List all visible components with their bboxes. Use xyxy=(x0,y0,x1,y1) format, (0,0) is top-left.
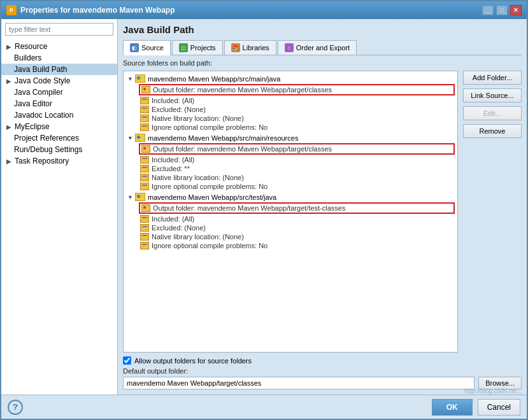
tabs-row: ◧ Source ◫ Projects 📚 Libraries ↕ Order … xyxy=(123,40,522,55)
checkbox-label: Allow output folders for source folders xyxy=(134,357,252,365)
panel-title: Java Build Path xyxy=(123,24,522,35)
allow-output-checkbox[interactable] xyxy=(123,356,131,365)
default-output-input[interactable] xyxy=(123,377,474,389)
tab-order-export[interactable]: ↕ Order and Export xyxy=(278,40,357,55)
source-folder-icon xyxy=(135,193,145,201)
maximize-button[interactable]: □ xyxy=(496,5,508,15)
sidebar-item-myeclipse[interactable]: ▶ MyEclipse xyxy=(1,121,117,132)
remove-button[interactable]: Remove xyxy=(463,124,522,138)
included-row[interactable]: Included: (All) xyxy=(139,155,455,164)
source-item-header[interactable]: ▼ mavendemo Maven Webapp/src/test/java xyxy=(126,192,455,202)
sidebar-item-label: Task Repository xyxy=(15,157,69,165)
sidebar-item-task-repository[interactable]: ▶ Task Repository xyxy=(1,155,117,167)
tab-projects-label: Projects xyxy=(190,44,216,52)
native-label: Native library location: (None) xyxy=(152,233,244,241)
source-item-main-java: ▼ mavendemo Maven Webapp/src/main/java O… xyxy=(126,74,455,132)
expand-icon: ▼ xyxy=(127,135,135,141)
ignore-row[interactable]: Ignore optional compile problems: No xyxy=(139,182,455,191)
ignore-row[interactable]: Ignore optional compile problems: No xyxy=(139,241,455,250)
source-item-header[interactable]: ▼ mavendemo Maven Webapp/src/main/resour… xyxy=(126,133,455,143)
section-label: Source folders on build path: xyxy=(123,59,522,67)
sidebar-item-builders[interactable]: Builders xyxy=(1,52,117,64)
sidebar-item-label: MyEclipse xyxy=(15,122,50,131)
source-item-header[interactable]: ▼ mavendemo Maven Webapp/src/main/java xyxy=(126,74,455,83)
props-icon xyxy=(140,115,149,122)
sidebar-item-project-references[interactable]: Project References xyxy=(1,132,117,144)
source-tree[interactable]: ▼ mavendemo Maven Webapp/src/main/java O… xyxy=(123,71,458,353)
native-row[interactable]: Native library location: (None) xyxy=(139,173,455,182)
tab-libraries-label: Libraries xyxy=(243,44,269,52)
props-icon xyxy=(140,174,149,181)
native-row[interactable]: Native library location: (None) xyxy=(139,114,455,123)
output-folder-row[interactable]: Output folder: mavendemo Maven Webapp/ta… xyxy=(139,202,455,214)
window-icon: P xyxy=(6,5,17,15)
sidebar-item-resource[interactable]: ▶ Resource xyxy=(1,41,117,52)
ignore-label: Ignore optional compile problems: No xyxy=(152,123,268,131)
sidebar-item-java-compiler[interactable]: Java Compiler xyxy=(1,87,117,98)
ignore-row[interactable]: Ignore optional compile problems: No xyxy=(139,123,455,132)
expand-arrow: ▶ xyxy=(6,158,13,165)
excluded-row[interactable]: Excluded: (None) xyxy=(139,223,455,232)
tab-source-label: Source xyxy=(141,44,164,52)
content-area: ▶ Resource Builders Java Build Path ▶ Ja… xyxy=(1,19,527,395)
sidebar-item-java-editor[interactable]: Java Editor xyxy=(1,98,117,109)
ok-button[interactable]: OK xyxy=(432,399,473,416)
included-row[interactable]: Included: (All) xyxy=(139,214,455,223)
sidebar-item-javadoc-location[interactable]: Javadoc Location xyxy=(1,109,117,121)
sidebar-item-java-code-style[interactable]: ▶ Java Code Style xyxy=(1,75,117,87)
source-folder-icon xyxy=(135,134,145,142)
excluded-row[interactable]: Excluded: (None) xyxy=(139,105,455,114)
cancel-button[interactable]: Cancel xyxy=(478,399,520,416)
sidebar-item-label: Resource xyxy=(15,42,47,51)
source-folder-icon xyxy=(135,74,145,83)
close-button[interactable]: ✕ xyxy=(510,5,522,15)
checkbox-row: Allow output folders for source folders xyxy=(123,356,522,365)
filter-input[interactable] xyxy=(5,23,113,36)
props-icon xyxy=(140,215,149,223)
props-icon xyxy=(140,183,149,190)
output-icon xyxy=(141,204,150,212)
browse-button[interactable]: Browse... xyxy=(478,377,522,389)
tab-projects[interactable]: ◫ Projects xyxy=(172,40,223,55)
title-bar-buttons: _ □ ✕ xyxy=(482,5,522,15)
native-row[interactable]: Native library location: (None) xyxy=(139,232,455,241)
excluded-row[interactable]: Excluded: ** xyxy=(139,164,455,173)
props-icon xyxy=(140,224,149,232)
source-item-test-java: ▼ mavendemo Maven Webapp/src/test/java O… xyxy=(126,192,455,250)
output-icon xyxy=(141,86,150,94)
sidebar-item-run-debug[interactable]: Run/Debug Settings xyxy=(1,144,117,155)
edit-button[interactable]: Edit... xyxy=(463,106,522,120)
expand-arrow: ▶ xyxy=(6,43,13,50)
libraries-tab-icon: 📚 xyxy=(231,43,240,52)
source-children: Output folder: mavendemo Maven Webapp/ta… xyxy=(126,143,455,191)
excluded-label: Excluded: ** xyxy=(152,165,190,172)
expand-icon: ▼ xyxy=(127,76,135,82)
add-folder-button[interactable]: Add Folder... xyxy=(463,71,522,85)
sidebar-item-java-build-path[interactable]: Java Build Path xyxy=(1,64,117,75)
included-row[interactable]: Included: (All) xyxy=(139,96,455,105)
window-title: Properties for mavendemo Maven Webapp xyxy=(20,6,175,15)
excluded-label: Excluded: (None) xyxy=(152,224,206,232)
help-button[interactable]: ? xyxy=(8,400,23,415)
link-source-button[interactable]: Link Source... xyxy=(463,88,522,102)
sidebar-item-label: Java Build Path xyxy=(14,65,67,74)
source-children: Output folder: mavendemo Maven Webapp/ta… xyxy=(126,84,455,132)
source-item-main-resources: ▼ mavendemo Maven Webapp/src/main/resour… xyxy=(126,133,455,191)
source-path: mavendemo Maven Webapp/src/main/resource… xyxy=(148,134,298,142)
output-label: Output folder: mavendemo Maven Webapp/ta… xyxy=(153,86,332,94)
output-folder-row[interactable]: Output folder: mavendemo Maven Webapp/ta… xyxy=(139,143,455,155)
sidebar-item-label: Run/Debug Settings xyxy=(14,145,82,154)
props-icon xyxy=(140,97,149,104)
tab-libraries[interactable]: 📚 Libraries xyxy=(224,40,276,55)
excluded-label: Excluded: (None) xyxy=(152,106,206,113)
minimize-button[interactable]: _ xyxy=(482,5,494,15)
source-path: mavendemo Maven Webapp/src/main/java xyxy=(148,75,280,83)
sidebar-item-label: Javadoc Location xyxy=(14,111,73,120)
props-icon xyxy=(140,233,149,241)
bottom-bar: ? http://blog.csdn.ne... OK Cancel xyxy=(1,395,527,419)
output-folder-row[interactable]: Output folder: mavendemo Maven Webapp/ta… xyxy=(139,84,455,95)
main-content-row: ▼ mavendemo Maven Webapp/src/main/java O… xyxy=(123,71,522,356)
included-label: Included: (All) xyxy=(152,156,194,164)
sidebar-item-label: Project References xyxy=(14,134,79,143)
tab-source[interactable]: ◧ Source xyxy=(123,40,171,55)
